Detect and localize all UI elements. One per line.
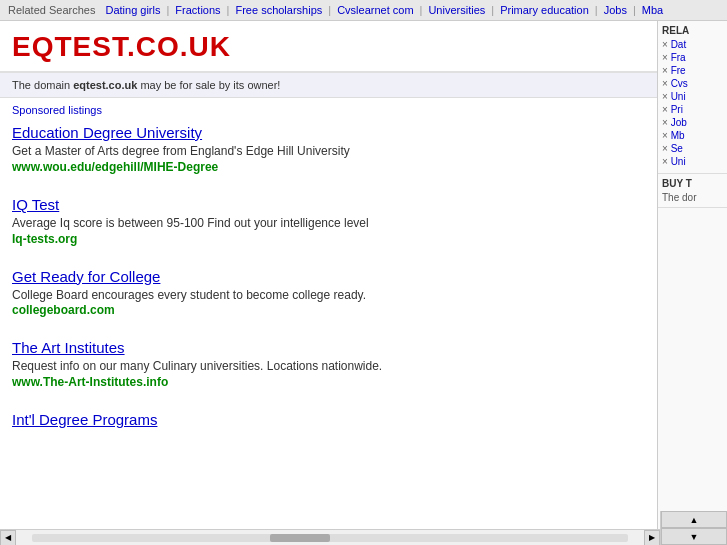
scroll-left-arrow[interactable]: ◀ [0, 530, 16, 546]
ad-url-1[interactable]: www.wou.edu/edgehill/MIHE-Degree [12, 160, 645, 174]
ad-listing-5: Int'l Degree Programs [12, 411, 645, 434]
ad-listing-4: The Art Institutes Request info on our m… [12, 339, 645, 393]
ad-title-5[interactable]: Int'l Degree Programs [12, 411, 645, 428]
ad-listing-1: Education Degree University Get a Master… [12, 124, 645, 178]
domain-notice: The domain eqtest.co.uk may be for sale … [0, 73, 657, 98]
sidebar-rela-title: RELA [662, 25, 723, 36]
sep-2: | [227, 4, 230, 16]
ad-desc-4: Request info on our many Culinary univer… [12, 359, 382, 373]
scroll-track[interactable] [32, 534, 628, 542]
ad-title-1[interactable]: Education Degree University [12, 124, 645, 141]
domain-name: eqtest.co.uk [73, 79, 137, 91]
ad-listing-3: Get Ready for College College Board enco… [12, 268, 645, 322]
sidebar-link-0[interactable]: Dat [662, 39, 723, 50]
domain-notice-text: The domain eqtest.co.uk may be for sale … [12, 79, 280, 91]
sidebar-buy-title: BUY T [662, 178, 723, 189]
sponsored-label: Sponsored listings [12, 104, 645, 116]
sep-5: | [491, 4, 494, 16]
sidebar-link-1[interactable]: Fra [662, 52, 723, 63]
sep-3: | [328, 4, 331, 16]
bottom-scrollbar: ◀ ▶ [0, 529, 660, 545]
scroll-right-arrow[interactable]: ▶ [644, 530, 660, 546]
related-link-dating[interactable]: Dating girls [105, 4, 160, 16]
sidebar-link-3[interactable]: Cvs [662, 78, 723, 89]
right-sidebar: RELA Dat Fra Fre Cvs Uni Pri Job Mb Se U… [657, 21, 727, 544]
related-link-universities[interactable]: Universities [428, 4, 485, 16]
sidebar-buy-text: The dor [662, 192, 723, 203]
related-link-fractions[interactable]: Fractions [175, 4, 220, 16]
sidebar-link-6[interactable]: Job [662, 117, 723, 128]
related-link-mba[interactable]: Mba [642, 4, 663, 16]
scroll-up-arrow[interactable]: ▲ [661, 511, 727, 528]
related-label: Related Searches [8, 4, 95, 16]
corner-scrollbars: ▲ ▼ [660, 511, 727, 545]
site-title-bar: EQTEST.CO.UK [0, 21, 657, 73]
sponsored-section: Sponsored listings Education Degree Univ… [0, 98, 657, 434]
sidebar-link-5[interactable]: Pri [662, 104, 723, 115]
ad-url-4[interactable]: www.The-Art-Institutes.info [12, 375, 645, 389]
related-link-primary[interactable]: Primary education [500, 4, 589, 16]
ad-url-2[interactable]: Iq-tests.org [12, 232, 645, 246]
main-layout: EQTEST.CO.UK The domain eqtest.co.uk may… [0, 21, 727, 544]
ad-title-2[interactable]: IQ Test [12, 196, 645, 213]
sidebar-link-8[interactable]: Se [662, 143, 723, 154]
ad-desc-3: College Board encourages every student t… [12, 288, 366, 302]
sidebar-buy-section: BUY T The dor [658, 174, 727, 208]
related-link-cvs[interactable]: Cvslearnet com [337, 4, 413, 16]
main-content: EQTEST.CO.UK The domain eqtest.co.uk may… [0, 21, 657, 544]
sidebar-rela-section: RELA Dat Fra Fre Cvs Uni Pri Job Mb Se U… [658, 21, 727, 174]
ad-title-4[interactable]: The Art Institutes [12, 339, 645, 356]
scroll-down-arrow[interactable]: ▼ [661, 528, 727, 545]
related-link-jobs[interactable]: Jobs [604, 4, 627, 16]
site-title: EQTEST.CO.UK [12, 31, 231, 62]
ad-listing-2: IQ Test Average Iq score is between 95-1… [12, 196, 645, 250]
sep-7: | [633, 4, 636, 16]
sep-6: | [595, 4, 598, 16]
ad-title-3[interactable]: Get Ready for College [12, 268, 645, 285]
ad-url-3[interactable]: collegeboard.com [12, 303, 645, 317]
related-link-scholarships[interactable]: Free scholarships [235, 4, 322, 16]
related-bar: Related Searches Dating girls | Fraction… [0, 0, 727, 21]
sep-4: | [420, 4, 423, 16]
sidebar-link-9[interactable]: Uni [662, 156, 723, 167]
sep-1: | [166, 4, 169, 16]
sidebar-link-7[interactable]: Mb [662, 130, 723, 141]
scroll-thumb[interactable] [270, 534, 330, 542]
ad-desc-2: Average Iq score is between 95-100 Find … [12, 216, 369, 230]
ad-desc-1: Get a Master of Arts degree from England… [12, 144, 350, 158]
sidebar-link-4[interactable]: Uni [662, 91, 723, 102]
sidebar-link-2[interactable]: Fre [662, 65, 723, 76]
